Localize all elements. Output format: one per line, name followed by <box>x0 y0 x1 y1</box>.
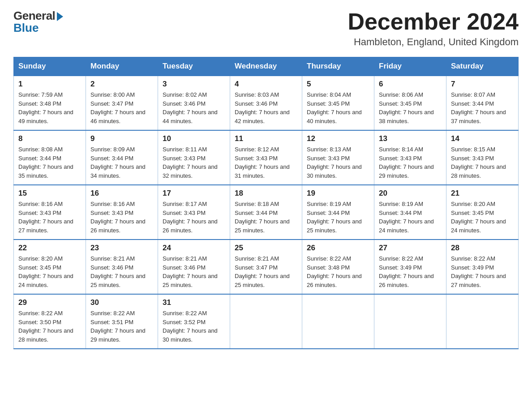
day-info: Sunrise: 8:20 AMSunset: 3:45 PMDaylight:… <box>451 201 506 234</box>
day-info: Sunrise: 8:19 AMSunset: 3:44 PMDaylight:… <box>307 201 362 234</box>
table-row: 5 Sunrise: 8:04 AMSunset: 3:45 PMDayligh… <box>302 76 374 130</box>
table-row: 23 Sunrise: 8:21 AMSunset: 3:46 PMDaylig… <box>86 240 158 294</box>
month-title: December 2024 <box>348 9 519 34</box>
page-header: General Blue December 2024 Hambleton, En… <box>13 9 519 48</box>
table-row: 21 Sunrise: 8:20 AMSunset: 3:45 PMDaylig… <box>446 185 519 240</box>
table-row: 8 Sunrise: 8:08 AMSunset: 3:44 PMDayligh… <box>14 130 86 185</box>
day-number: 25 <box>235 244 297 253</box>
table-row: 15 Sunrise: 8:16 AMSunset: 3:43 PMDaylig… <box>14 185 86 240</box>
table-row: 13 Sunrise: 8:14 AMSunset: 3:43 PMDaylig… <box>374 130 446 185</box>
table-row: 11 Sunrise: 8:12 AMSunset: 3:43 PMDaylig… <box>230 130 302 185</box>
table-row: 31 Sunrise: 8:22 AMSunset: 3:52 PMDaylig… <box>158 294 230 349</box>
table-row <box>230 294 302 349</box>
table-row: 29 Sunrise: 8:22 AMSunset: 3:50 PMDaylig… <box>14 294 86 349</box>
day-info: Sunrise: 8:16 AMSunset: 3:43 PMDaylight:… <box>18 201 73 234</box>
table-row <box>302 294 374 349</box>
calendar-week-row: 22 Sunrise: 8:20 AMSunset: 3:45 PMDaylig… <box>14 240 519 294</box>
table-row: 26 Sunrise: 8:22 AMSunset: 3:48 PMDaylig… <box>302 240 374 294</box>
table-row: 12 Sunrise: 8:13 AMSunset: 3:43 PMDaylig… <box>302 130 374 185</box>
table-row: 1 Sunrise: 7:59 AMSunset: 3:48 PMDayligh… <box>14 76 86 130</box>
col-wednesday: Wednesday <box>230 57 302 76</box>
table-row: 24 Sunrise: 8:21 AMSunset: 3:46 PMDaylig… <box>158 240 230 294</box>
day-number: 29 <box>18 298 81 307</box>
table-row <box>446 294 519 349</box>
day-number: 4 <box>235 80 297 89</box>
calendar-header-row: Sunday Monday Tuesday Wednesday Thursday… <box>14 57 519 76</box>
table-row: 3 Sunrise: 8:02 AMSunset: 3:46 PMDayligh… <box>158 76 230 130</box>
day-number: 15 <box>18 189 81 198</box>
table-row: 30 Sunrise: 8:22 AMSunset: 3:51 PMDaylig… <box>86 294 158 349</box>
day-info: Sunrise: 8:06 AMSunset: 3:45 PMDaylight:… <box>379 91 434 124</box>
day-number: 26 <box>307 244 369 253</box>
day-number: 23 <box>90 244 153 253</box>
logo-blue-text: Blue <box>13 21 39 35</box>
day-number: 13 <box>379 134 442 143</box>
calendar-week-row: 29 Sunrise: 8:22 AMSunset: 3:50 PMDaylig… <box>14 294 519 349</box>
day-info: Sunrise: 8:21 AMSunset: 3:46 PMDaylight:… <box>163 255 218 288</box>
day-info: Sunrise: 8:21 AMSunset: 3:46 PMDaylight:… <box>90 255 146 288</box>
day-info: Sunrise: 8:13 AMSunset: 3:43 PMDaylight:… <box>307 146 362 179</box>
table-row: 18 Sunrise: 8:18 AMSunset: 3:44 PMDaylig… <box>230 185 302 240</box>
day-number: 12 <box>307 134 369 143</box>
day-number: 30 <box>90 298 153 307</box>
day-info: Sunrise: 8:11 AMSunset: 3:43 PMDaylight:… <box>163 146 218 179</box>
col-friday: Friday <box>374 57 446 76</box>
day-info: Sunrise: 8:03 AMSunset: 3:46 PMDaylight:… <box>235 91 290 124</box>
table-row: 6 Sunrise: 8:06 AMSunset: 3:45 PMDayligh… <box>374 76 446 130</box>
table-row: 10 Sunrise: 8:11 AMSunset: 3:43 PMDaylig… <box>158 130 230 185</box>
day-info: Sunrise: 7:59 AMSunset: 3:48 PMDaylight:… <box>18 91 73 124</box>
day-number: 10 <box>163 134 225 143</box>
day-number: 24 <box>163 244 225 253</box>
day-number: 7 <box>451 80 514 89</box>
day-number: 1 <box>18 80 81 89</box>
table-row: 25 Sunrise: 8:21 AMSunset: 3:47 PMDaylig… <box>230 240 302 294</box>
logo-arrow-icon <box>57 12 63 21</box>
day-info: Sunrise: 8:22 AMSunset: 3:49 PMDaylight:… <box>451 255 506 288</box>
day-info: Sunrise: 8:02 AMSunset: 3:46 PMDaylight:… <box>163 91 218 124</box>
calendar-week-row: 8 Sunrise: 8:08 AMSunset: 3:44 PMDayligh… <box>14 130 519 185</box>
day-number: 2 <box>90 80 153 89</box>
day-info: Sunrise: 8:19 AMSunset: 3:44 PMDaylight:… <box>379 201 434 234</box>
table-row: 16 Sunrise: 8:16 AMSunset: 3:43 PMDaylig… <box>86 185 158 240</box>
table-row: 22 Sunrise: 8:20 AMSunset: 3:45 PMDaylig… <box>14 240 86 294</box>
day-number: 18 <box>235 189 297 198</box>
day-info: Sunrise: 8:22 AMSunset: 3:50 PMDaylight:… <box>18 310 73 343</box>
calendar-week-row: 1 Sunrise: 7:59 AMSunset: 3:48 PMDayligh… <box>14 76 519 130</box>
table-row: 7 Sunrise: 8:07 AMSunset: 3:44 PMDayligh… <box>446 76 519 130</box>
day-number: 6 <box>379 80 442 89</box>
day-number: 9 <box>90 134 153 143</box>
day-number: 19 <box>307 189 369 198</box>
day-info: Sunrise: 8:22 AMSunset: 3:52 PMDaylight:… <box>163 310 218 343</box>
col-saturday: Saturday <box>446 57 519 76</box>
day-info: Sunrise: 8:12 AMSunset: 3:43 PMDaylight:… <box>235 146 290 179</box>
col-thursday: Thursday <box>302 57 374 76</box>
title-section: December 2024 Hambleton, England, United… <box>348 9 519 48</box>
day-info: Sunrise: 8:07 AMSunset: 3:44 PMDaylight:… <box>451 91 506 124</box>
table-row: 28 Sunrise: 8:22 AMSunset: 3:49 PMDaylig… <box>446 240 519 294</box>
day-info: Sunrise: 8:22 AMSunset: 3:48 PMDaylight:… <box>307 255 362 288</box>
day-number: 5 <box>307 80 369 89</box>
day-info: Sunrise: 8:09 AMSunset: 3:44 PMDaylight:… <box>90 146 146 179</box>
day-info: Sunrise: 8:22 AMSunset: 3:51 PMDaylight:… <box>90 310 146 343</box>
day-number: 16 <box>90 189 153 198</box>
calendar-table: Sunday Monday Tuesday Wednesday Thursday… <box>13 57 519 349</box>
day-info: Sunrise: 8:18 AMSunset: 3:44 PMDaylight:… <box>235 201 290 234</box>
day-number: 20 <box>379 189 442 198</box>
table-row <box>374 294 446 349</box>
day-info: Sunrise: 8:00 AMSunset: 3:47 PMDaylight:… <box>90 91 146 124</box>
day-info: Sunrise: 8:22 AMSunset: 3:49 PMDaylight:… <box>379 255 434 288</box>
day-info: Sunrise: 8:16 AMSunset: 3:43 PMDaylight:… <box>90 201 146 234</box>
day-number: 14 <box>451 134 514 143</box>
col-sunday: Sunday <box>14 57 86 76</box>
calendar-week-row: 15 Sunrise: 8:16 AMSunset: 3:43 PMDaylig… <box>14 185 519 240</box>
table-row: 14 Sunrise: 8:15 AMSunset: 3:43 PMDaylig… <box>446 130 519 185</box>
day-info: Sunrise: 8:15 AMSunset: 3:43 PMDaylight:… <box>451 146 506 179</box>
table-row: 2 Sunrise: 8:00 AMSunset: 3:47 PMDayligh… <box>86 76 158 130</box>
table-row: 19 Sunrise: 8:19 AMSunset: 3:44 PMDaylig… <box>302 185 374 240</box>
day-number: 31 <box>163 298 225 307</box>
location-text: Hambleton, England, United Kingdom <box>348 36 519 48</box>
day-info: Sunrise: 8:21 AMSunset: 3:47 PMDaylight:… <box>235 255 290 288</box>
day-number: 3 <box>163 80 225 89</box>
day-info: Sunrise: 8:14 AMSunset: 3:43 PMDaylight:… <box>379 146 434 179</box>
day-info: Sunrise: 8:17 AMSunset: 3:43 PMDaylight:… <box>163 201 218 234</box>
